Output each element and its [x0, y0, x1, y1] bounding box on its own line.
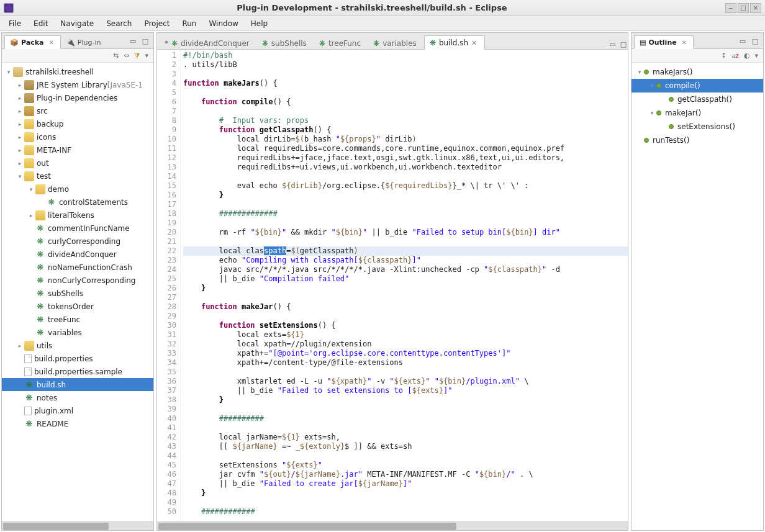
- menu-window[interactable]: Window: [202, 17, 244, 30]
- twistie-icon[interactable]: ▾: [635, 69, 644, 75]
- twistie-icon[interactable]: ▾: [16, 173, 24, 179]
- outline-item[interactable]: ▾makeJars(): [631, 65, 763, 79]
- code-line[interactable]: || b_die "Compilation failed": [183, 274, 628, 284]
- twistie-icon[interactable]: ▸: [16, 134, 24, 140]
- focus-icon[interactable]: ◐: [744, 52, 750, 60]
- tab-plugins[interactable]: 🔌 Plug-in: [61, 35, 108, 49]
- code-line[interactable]: jar cvfm "${out}/${jarName}.jar" META-IN…: [183, 470, 628, 479]
- menu-edit[interactable]: Edit: [27, 17, 54, 30]
- code-line[interactable]: [183, 293, 628, 302]
- twistie-icon[interactable]: ▾: [27, 186, 35, 192]
- twistie-icon[interactable]: ▾: [4, 69, 13, 75]
- view-menu-icon[interactable]: ▾: [145, 52, 148, 60]
- minimize-button[interactable]: ‒: [725, 3, 736, 13]
- twistie-icon[interactable]: ▸: [16, 82, 24, 88]
- tree-item[interactable]: ▸literalTokens: [2, 209, 153, 222]
- tree-item[interactable]: ❋build.sh: [2, 378, 153, 391]
- tree-item[interactable]: ❋treeFunc: [2, 313, 153, 326]
- code-line[interactable]: [183, 405, 628, 414]
- code-line[interactable]: #!/bin/bash: [183, 51, 628, 60]
- menu-navigate[interactable]: Navigate: [54, 17, 100, 30]
- code-line[interactable]: . utils/libB: [183, 60, 628, 70]
- package-tree[interactable]: ▾strahilski.treeshell▸JRE System Library…: [2, 63, 153, 521]
- editor-tab[interactable]: *❋divideAndConquer: [160, 37, 257, 50]
- code-line[interactable]: local classpath=$(getClasspath): [183, 246, 628, 256]
- maximize-editor-icon[interactable]: □: [619, 40, 628, 49]
- tree-item[interactable]: ❋tokensOrder: [2, 300, 153, 313]
- menu-file[interactable]: File: [2, 17, 27, 30]
- code-line[interactable]: ############: [183, 507, 628, 516]
- editor-tab[interactable]: ❋build.sh✕: [424, 35, 485, 50]
- code-line[interactable]: [183, 423, 628, 433]
- code-line[interactable]: [183, 70, 628, 79]
- twistie-icon[interactable]: ▸: [16, 108, 24, 114]
- maximize-button[interactable]: □: [738, 3, 749, 13]
- tree-item[interactable]: plugin.xml: [2, 404, 153, 417]
- code-line[interactable]: function compile() {: [183, 97, 628, 107]
- close-icon[interactable]: ✕: [471, 39, 477, 47]
- tree-item[interactable]: ▾test: [2, 169, 153, 183]
- menu-run[interactable]: Run: [176, 17, 202, 30]
- tree-item[interactable]: ▸out: [2, 156, 153, 169]
- tab-package-explorer[interactable]: 📦 Packa ✕: [4, 35, 61, 49]
- menu-search[interactable]: Search: [100, 17, 138, 30]
- view-menu-icon[interactable]: ▾: [754, 52, 758, 60]
- tree-item[interactable]: ❋nonCurlyCorresponding: [2, 274, 153, 287]
- outline-item[interactable]: ▾makeJar(): [631, 106, 763, 120]
- code-line[interactable]: requiredLibs+=ui.views,ui.workbench,ui.w…: [183, 163, 628, 172]
- tree-item[interactable]: ▸META-INF: [2, 143, 153, 156]
- code-line[interactable]: #############: [183, 209, 628, 219]
- tree-item[interactable]: ❋noNameFunctionCrash: [2, 261, 153, 274]
- code-line[interactable]: local requiredLibs=core.commands,core.ru…: [183, 144, 628, 153]
- menu-project[interactable]: Project: [138, 17, 176, 30]
- tree-item[interactable]: ❋README: [2, 417, 153, 430]
- twistie-icon[interactable]: ▸: [16, 343, 24, 349]
- code-line[interactable]: [183, 237, 628, 246]
- minimize-view-icon[interactable]: ▭: [738, 37, 747, 46]
- maximize-view-icon[interactable]: □: [141, 37, 150, 46]
- editor-body[interactable]: 1234567891011121314151617181920212223242…: [157, 50, 628, 521]
- code-line[interactable]: [183, 200, 628, 209]
- code-line[interactable]: function makeJars() {: [183, 79, 628, 88]
- code-line[interactable]: local xpath=//plugin/extension: [183, 340, 628, 349]
- tree-item[interactable]: build.properties: [2, 352, 153, 365]
- code-line[interactable]: || b_die "Failed to set extensions to [$…: [183, 386, 628, 395]
- tree-item[interactable]: build.properties.sample: [2, 365, 153, 378]
- code-area[interactable]: #!/bin/bash. utils/libB function makeJar…: [181, 50, 628, 521]
- code-line[interactable]: || b_die "Failed to create jar[${jarName…: [183, 479, 628, 489]
- code-line[interactable]: }: [183, 284, 628, 293]
- tree-item[interactable]: ▸utils: [2, 339, 153, 352]
- code-line[interactable]: [183, 88, 628, 97]
- tree-item[interactable]: ❋subShells: [2, 287, 153, 300]
- maximize-view-icon[interactable]: □: [751, 37, 759, 46]
- sort-icon[interactable]: ↕: [721, 52, 727, 60]
- code-line[interactable]: [[ ${jarName} =~ _${extonly}$ ]] && exts…: [183, 442, 628, 451]
- close-icon[interactable]: ✕: [682, 39, 687, 46]
- code-line[interactable]: [183, 107, 628, 116]
- twistie-icon[interactable]: ▸: [16, 95, 24, 101]
- outline-item[interactable]: runTests(): [631, 133, 763, 147]
- tree-item[interactable]: ❋curlyCorresponding: [2, 235, 153, 248]
- menu-help[interactable]: Help: [245, 17, 274, 30]
- outline-item[interactable]: ▾compile(): [631, 79, 763, 92]
- code-line[interactable]: [183, 312, 628, 321]
- project-root[interactable]: ▾strahilski.treeshell: [2, 65, 153, 78]
- code-line[interactable]: }: [183, 395, 628, 405]
- collapse-all-icon[interactable]: ⇆: [113, 52, 119, 60]
- code-line[interactable]: [183, 172, 628, 181]
- code-line[interactable]: echo "Compiling with classpath[${classpa…: [183, 256, 628, 265]
- filter-icon[interactable]: ⧩: [134, 52, 140, 60]
- code-line[interactable]: }: [183, 489, 628, 498]
- tree-item[interactable]: ❋controlStatements: [2, 196, 153, 209]
- tab-outline[interactable]: ▤ Outline ✕: [634, 35, 694, 49]
- outline-tree[interactable]: ▾makeJars()▾compile()getClasspath()▾make…: [631, 63, 763, 530]
- code-line[interactable]: javac src/*/*/*.java src/*/*/*/*.java -X…: [183, 265, 628, 274]
- code-line[interactable]: [183, 219, 628, 228]
- tree-item[interactable]: ▾demo: [2, 183, 153, 196]
- tree-item[interactable]: ▸backup: [2, 117, 153, 130]
- editor-tab[interactable]: ❋subShells: [257, 37, 314, 50]
- code-line[interactable]: # Input vars: props: [183, 116, 628, 125]
- tree-item[interactable]: ▸icons: [2, 130, 153, 143]
- code-line[interactable]: xpath+=/content-type/@file-extensions: [183, 358, 628, 367]
- code-line[interactable]: function getClasspath() {: [183, 125, 628, 135]
